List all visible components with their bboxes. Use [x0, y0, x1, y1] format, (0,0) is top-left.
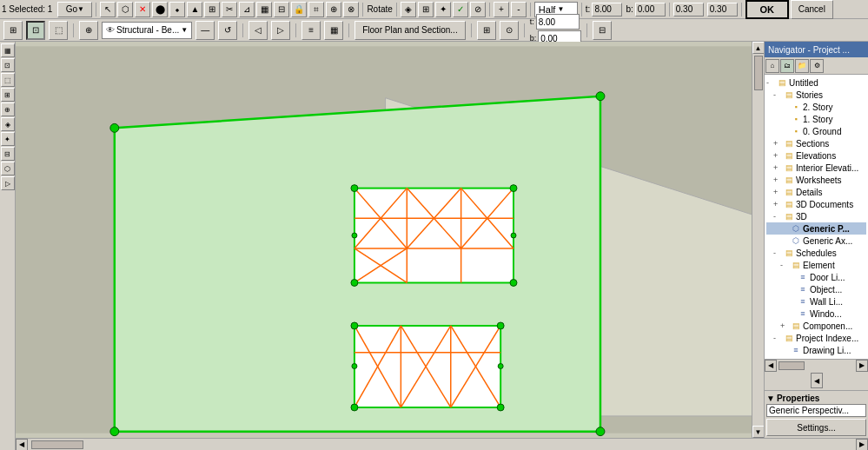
nav-home-btn[interactable]: ⌂ — [765, 59, 779, 73]
refresh-btn[interactable]: ↺ — [218, 21, 237, 40]
trim-btn[interactable]: ⊕ — [326, 2, 341, 17]
ok-button[interactable]: OK — [745, 0, 789, 19]
arrow-left-btn[interactable]: ◁ — [248, 21, 268, 40]
structural-dropdown[interactable]: 👁 Structural - Be... ▼ — [102, 22, 192, 39]
right-input-1[interactable] — [673, 3, 704, 17]
canvas-area[interactable]: ▲ ▼ — [16, 42, 764, 438]
cancel-button[interactable]: Cancel — [791, 0, 833, 19]
crosshair-btn[interactable]: ⊕ — [79, 21, 98, 40]
tree-sections[interactable]: + ▤ Sections — [766, 137, 866, 149]
tree-h-scroll[interactable]: ◀ ▶ — [765, 359, 868, 371]
nav-back-btn[interactable]: 🗂 — [780, 59, 794, 73]
zoom-out-btn[interactable]: - — [511, 2, 527, 17]
expand-icon: - — [773, 334, 782, 342]
b-input[interactable] — [635, 3, 666, 17]
lt-btn-8[interactable]: ⊟ — [1, 147, 15, 161]
tree-door-li[interactable]: ≡ Door Li... — [766, 271, 866, 283]
elevate-btn[interactable]: ▲ — [187, 2, 202, 17]
panel-expand-btn[interactable]: ◀ — [811, 373, 823, 388]
tree-interior-elev[interactable]: + ▤ Interior Elevati... — [766, 162, 866, 174]
tree-window[interactable]: ≡ Windo... — [766, 308, 866, 320]
tree-details[interactable]: + ▤ Details — [766, 186, 866, 198]
tree-3d-docs[interactable]: + ▤ 3D Documents — [766, 198, 866, 210]
tree-elevations[interactable]: + ▤ Elevations — [766, 149, 866, 162]
rotate-group-btn[interactable]: ⬤ — [152, 2, 168, 17]
tree-project-indexed[interactable]: - ▤ Project Indexe... — [766, 332, 866, 344]
floor-plan-section-btn[interactable]: Floor Plan and Section... — [354, 21, 466, 40]
scroll-up-btn[interactable]: ▲ — [752, 42, 765, 54]
v-scrollbar[interactable]: ▲ ▼ — [752, 42, 764, 438]
svg-point-39 — [351, 404, 358, 411]
tree-generic-p[interactable]: ⬡ Generic P... — [766, 222, 866, 235]
multiply-btn[interactable]: ⊞ — [204, 2, 220, 17]
nav-folder-btn[interactable]: 📁 — [795, 59, 809, 73]
view-options-btn[interactable]: ⊞ — [477, 21, 496, 40]
tree-story-2[interactable]: ▪ 2. Story — [766, 101, 866, 113]
right-input-2[interactable] — [707, 3, 738, 17]
layer-manager-btn[interactable]: ⊞ — [3, 21, 23, 40]
scroll-thumb[interactable] — [754, 56, 763, 90]
move-btn[interactable]: ✕ — [135, 2, 150, 17]
lt-btn-9[interactable]: ⬡ — [1, 162, 15, 175]
nav-settings-btn[interactable]: ⚙ — [810, 59, 824, 73]
dash-btn[interactable]: — — [195, 21, 215, 40]
h-scroll-left-btn[interactable]: ◀ — [765, 360, 777, 372]
intersect-btn[interactable]: ⊗ — [343, 2, 359, 17]
canvas-h-scroll[interactable]: ◀ ▶ — [16, 438, 868, 450]
tree-untitled[interactable]: - ▤ Untitled — [766, 76, 866, 89]
tree-drawing-li[interactable]: ≡ Drawing Li... — [766, 344, 866, 356]
scroll-down-btn[interactable]: ▼ — [752, 426, 765, 438]
h-scroll-right-btn[interactable]: ▶ — [856, 439, 868, 451]
pen-weight-btn[interactable]: ⊟ — [593, 21, 612, 40]
lt-btn-5[interactable]: ⊕ — [1, 103, 15, 116]
connect-btn[interactable]: ⌗ — [308, 2, 324, 17]
group-btn[interactable]: ▦ — [256, 2, 272, 17]
svg-rect-8 — [354, 189, 514, 283]
ungroup-btn[interactable]: ⊟ — [274, 2, 289, 17]
pen-set-btn[interactable]: ≡ — [301, 21, 321, 40]
magic-btn[interactable]: ✦ — [435, 2, 451, 17]
zoom-btn[interactable]: ⊙ — [500, 21, 519, 40]
zoom-in-btn[interactable]: + — [494, 2, 509, 17]
split-btn[interactable]: ✂ — [222, 2, 237, 17]
lt-btn-7[interactable]: ✦ — [1, 132, 15, 146]
guide-btn[interactable]: ⊞ — [418, 2, 434, 17]
tree-3d[interactable]: - ▤ 3D — [766, 210, 866, 222]
tree-stories[interactable]: - ▤ Stories — [766, 89, 866, 101]
tree-schedules[interactable]: - ▤ Schedules — [766, 247, 866, 259]
tree-component[interactable]: + ▤ Componen... — [766, 320, 866, 332]
snap-btn[interactable]: ◈ — [401, 2, 416, 17]
cursor-tool-btn[interactable]: ↖ — [100, 2, 116, 17]
h-scroll-right-btn[interactable]: ▶ — [856, 360, 868, 372]
tree-generic-ax[interactable]: ⬡ Generic Ax... — [766, 235, 866, 247]
tree-story-0[interactable]: ▪ 0. Ground — [766, 125, 866, 137]
go-dropdown[interactable]: Go ▼ — [57, 2, 92, 17]
marquee-btn[interactable]: ⬡ — [117, 2, 133, 17]
h-scroll-thumb[interactable] — [31, 440, 83, 449]
tree-object[interactable]: ≡ Object... — [766, 283, 866, 295]
lt-btn-6[interactable]: ◈ — [1, 117, 15, 131]
settings-button[interactable]: Settings... — [766, 419, 866, 436]
mirror-btn[interactable]: ⬥ — [169, 2, 185, 17]
screen-btn[interactable]: ▦ — [324, 21, 343, 40]
pen-t-value[interactable] — [536, 14, 580, 30]
lt-btn-1[interactable]: ▦ — [1, 43, 15, 57]
lock-btn[interactable]: 🔒 — [291, 2, 307, 17]
arrow-right-btn[interactable]: ▷ — [271, 21, 290, 40]
lt-btn-2[interactable]: ⊡ — [1, 58, 15, 72]
check-btn[interactable]: ✓ — [453, 2, 468, 17]
t-input[interactable] — [592, 3, 622, 17]
tree-worksheets[interactable]: + ▤ Worksheets — [766, 174, 866, 186]
h-scroll-left-btn[interactable]: ◀ — [16, 439, 28, 451]
3d-view-btn[interactable]: ⬚ — [49, 21, 68, 40]
h-scroll-thumb[interactable] — [779, 361, 805, 370]
floor-plan-btn[interactable]: ⊡ — [26, 21, 45, 40]
adjust-btn[interactable]: ⊿ — [239, 2, 255, 17]
x-btn[interactable]: ⊘ — [470, 2, 486, 17]
tree-element[interactable]: - ▤ Element — [766, 259, 866, 271]
lt-btn-3[interactable]: ⬚ — [1, 73, 15, 87]
lt-btn-4[interactable]: ⊞ — [1, 88, 15, 102]
tree-story-1[interactable]: ▪ 1. Story — [766, 113, 866, 125]
lt-btn-10[interactable]: ▷ — [1, 176, 15, 190]
tree-wall-li[interactable]: ≡ Wall Li... — [766, 295, 866, 308]
